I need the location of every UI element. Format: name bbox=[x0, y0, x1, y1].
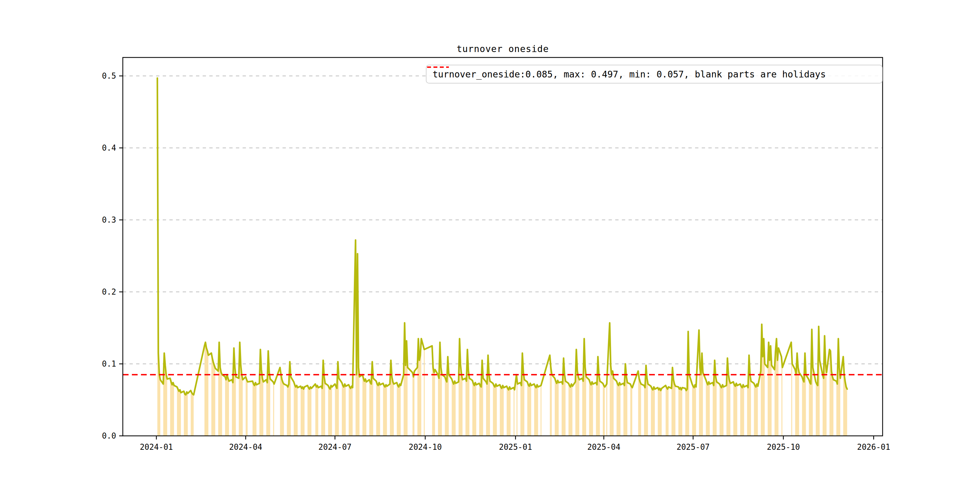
y-tick-label: 0.5 bbox=[102, 72, 116, 80]
turnover-fill bbox=[184, 391, 188, 436]
x-tick-label: 2026-01 bbox=[857, 442, 891, 452]
turnover-fill bbox=[170, 379, 174, 436]
y-tick-label: 0.0 bbox=[102, 431, 116, 441]
turnover-fill bbox=[719, 384, 724, 436]
turnover-fill bbox=[666, 385, 669, 436]
turnover-fill bbox=[514, 388, 514, 436]
turnover-fill bbox=[616, 381, 620, 436]
turnover-fill bbox=[630, 384, 632, 436]
turnover-fill bbox=[246, 377, 248, 436]
turnover-fill bbox=[342, 383, 346, 436]
turnover-fill bbox=[740, 384, 744, 436]
turnover-fill bbox=[362, 375, 366, 436]
turnover-fill bbox=[568, 383, 572, 436]
turnover-fill bbox=[424, 349, 425, 436]
turnover-fill bbox=[225, 375, 229, 436]
legend-dash-marker bbox=[426, 65, 449, 69]
turnover-series-line bbox=[157, 78, 847, 395]
turnover-fill bbox=[706, 380, 710, 436]
turnover-fill bbox=[500, 385, 504, 436]
turnover-fill bbox=[541, 385, 541, 436]
x-tick-label: 2024-07 bbox=[318, 442, 352, 452]
turnover-fill bbox=[651, 386, 655, 436]
turnover-fill bbox=[507, 386, 511, 436]
x-tick-label: 2025-07 bbox=[677, 442, 710, 452]
turnover-fill bbox=[527, 382, 531, 436]
turnover-fill bbox=[412, 371, 415, 436]
turnover-fill bbox=[733, 382, 737, 436]
chart-title: turnover oneside bbox=[123, 43, 883, 54]
turnover-fill bbox=[452, 379, 455, 436]
y-tick-label: 0.4 bbox=[102, 143, 116, 153]
turnover-fill bbox=[754, 383, 758, 436]
turnover-fill bbox=[301, 386, 305, 436]
turnover-fill bbox=[328, 385, 332, 436]
x-tick-label: 2024-01 bbox=[140, 442, 173, 452]
y-tick-label: 0.2 bbox=[102, 287, 116, 296]
turnover-fill bbox=[397, 383, 401, 436]
turnover-fill bbox=[308, 385, 312, 436]
turnover-fill bbox=[376, 381, 380, 436]
y-tick-label: 0.1 bbox=[102, 360, 116, 368]
x-tick-label: 2025-01 bbox=[499, 442, 532, 452]
turnover-fill bbox=[658, 388, 662, 436]
x-tick-label: 2025-04 bbox=[587, 442, 620, 452]
legend-label: turnover_oneside:0.085, max: 0.497, min:… bbox=[433, 69, 826, 80]
turnover-fill bbox=[315, 384, 318, 436]
turnover-fill bbox=[177, 387, 181, 436]
turnover-fill bbox=[294, 382, 298, 436]
turnover-fill bbox=[493, 383, 497, 436]
x-tick-label: 2025-10 bbox=[767, 442, 800, 452]
legend: turnover_oneside:0.085, max: 0.497, min:… bbox=[426, 65, 883, 83]
x-tick-label: 2024-10 bbox=[409, 442, 442, 452]
turnover-fill bbox=[603, 383, 605, 436]
turnover-fill bbox=[383, 383, 387, 436]
turnover-fill bbox=[555, 379, 558, 436]
chart-figure: 2024-012024-042024-072024-102025-012025-… bbox=[0, 0, 980, 490]
turnover-fill bbox=[253, 381, 256, 436]
x-tick-label: 2024-04 bbox=[229, 442, 262, 452]
turnover-fill bbox=[781, 356, 782, 436]
turnover-fill bbox=[692, 384, 696, 436]
turnover-fill bbox=[589, 380, 593, 436]
turnover-fill bbox=[473, 380, 476, 436]
turnover-fill bbox=[204, 342, 208, 436]
turnover-fill bbox=[534, 384, 538, 436]
turnover-fill bbox=[349, 385, 353, 436]
turnover-fill bbox=[678, 387, 682, 436]
turnover-fill bbox=[606, 384, 607, 436]
y-tick-label: 0.3 bbox=[102, 215, 116, 224]
turnover-fill bbox=[273, 382, 274, 436]
turnover-fill bbox=[191, 390, 194, 436]
